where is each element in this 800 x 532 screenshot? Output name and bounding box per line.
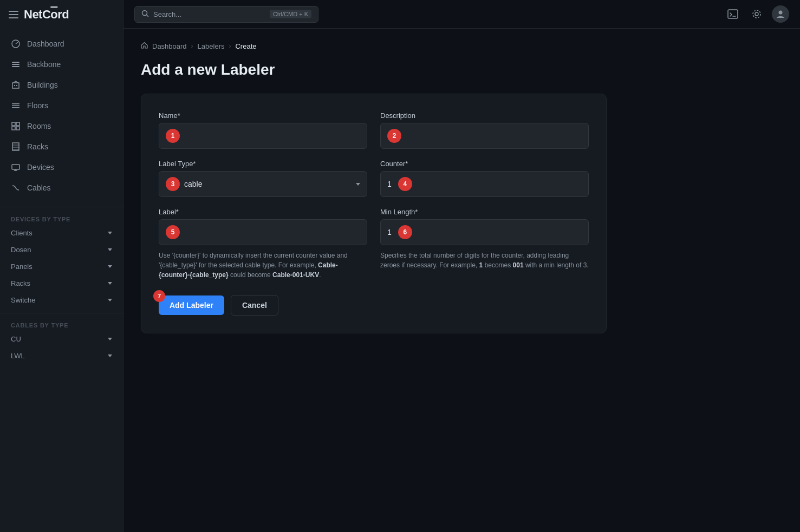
sidebar-item-cu[interactable]: CU [0, 331, 123, 347]
name-badge: 1 [166, 129, 180, 143]
sidebar-item-racks-type[interactable]: Racks [0, 275, 123, 292]
breadcrumb-sep-1: › [191, 42, 193, 50]
svg-rect-11 [16, 122, 19, 126]
racks-icon [11, 142, 21, 152]
terminal-button[interactable] [724, 5, 742, 23]
sidebar-item-racks[interactable]: Racks [0, 136, 123, 157]
svg-rect-16 [12, 147, 19, 148]
label-hint-text: Use '{counter}' to dynamically insert th… [159, 251, 367, 280]
chevron-down-icon [108, 338, 112, 340]
sidebar-item-label: Backbone [27, 60, 61, 69]
name-input-wrapper[interactable]: 1 [159, 123, 367, 149]
label-field-label: Label* [159, 208, 367, 216]
label-field-badge: 5 [166, 225, 180, 239]
search-box[interactable]: Search... Ctrl/CMD + K [134, 6, 318, 23]
label-input-wrapper[interactable]: 5 [159, 219, 367, 245]
sidebar-header: NetCord [0, 0, 123, 29]
svg-rect-1 [12, 62, 19, 63]
label-input[interactable] [184, 228, 360, 237]
svg-rect-7 [12, 103, 19, 104]
form-grid: Name* 1 Description 2 Label Ty [159, 111, 589, 280]
sidebar-item-clients[interactable]: Clients [0, 225, 123, 241]
chevron-down-icon [108, 248, 112, 251]
min-length-input-wrapper[interactable]: 1 6 [380, 219, 589, 245]
cables-by-type-label: CABLES BY TYPE [0, 318, 123, 331]
label-type-label: Label Type* [159, 160, 367, 168]
chevron-down-icon [108, 265, 112, 268]
topbar: Search... Ctrl/CMD + K [123, 0, 800, 29]
sidebar-item-label: Racks [27, 142, 48, 151]
menu-toggle-button[interactable] [9, 11, 18, 18]
description-badge: 2 [387, 129, 401, 143]
sidebar-item-buildings[interactable]: Buildings [0, 75, 123, 95]
svg-rect-4 [12, 83, 19, 88]
breadcrumb-labelers[interactable]: Labelers [198, 42, 225, 50]
description-field-group: Description 2 [380, 111, 589, 149]
search-shortcut: Ctrl/CMD + K [270, 10, 311, 18]
dashboard-icon [11, 39, 21, 49]
counter-badge: 4 [398, 177, 412, 191]
sidebar-item-label: Devices [27, 163, 54, 172]
counter-value-text: 1 [387, 180, 392, 188]
cables-icon [11, 183, 21, 193]
chevron-down-icon [108, 354, 112, 357]
select-chevron-icon [356, 183, 360, 186]
user-avatar[interactable] [772, 5, 789, 23]
sidebar-item-cables[interactable]: Cables [0, 178, 123, 198]
name-input[interactable] [184, 132, 360, 140]
min-length-label: Min Length* [380, 208, 589, 216]
sidebar-item-devices[interactable]: Devices [0, 157, 123, 178]
label-field-group: Label* 5 Use '{counter}' to dynamically … [159, 208, 367, 280]
chevron-down-icon [108, 299, 112, 301]
breadcrumb-sep-2: › [229, 42, 231, 50]
search-icon [141, 10, 149, 19]
description-label: Description [380, 111, 589, 120]
sidebar-item-backbone[interactable]: Backbone [0, 54, 123, 75]
label-type-select[interactable]: 3 cable [159, 171, 367, 197]
svg-rect-9 [12, 107, 19, 108]
min-length-value-text: 1 [387, 228, 392, 237]
devices-by-type-label: DEVICES BY TYPE [0, 212, 123, 225]
sidebar-item-label: Dashboard [27, 40, 64, 48]
description-input-wrapper[interactable]: 2 [380, 123, 589, 149]
svg-rect-5 [14, 85, 15, 86]
cancel-button[interactable]: Cancel [231, 295, 278, 316]
sidebar-item-lwl[interactable]: LWL [0, 347, 123, 364]
floors-icon [11, 101, 21, 110]
breadcrumb: Dashboard › Labelers › Create [141, 42, 783, 50]
devices-icon [11, 162, 21, 172]
counter-input-wrapper[interactable]: 1 4 [380, 171, 589, 197]
svg-rect-18 [12, 165, 19, 169]
svg-point-23 [779, 11, 783, 15]
name-field-group: Name* 1 [159, 111, 367, 149]
sidebar-item-label: Cables [27, 183, 51, 192]
form-card: Name* 1 Description 2 Label Ty [141, 94, 607, 333]
svg-rect-15 [12, 145, 19, 146]
sidebar-item-label: Rooms [27, 122, 51, 130]
sidebar-item-panels[interactable]: Panels [0, 258, 123, 275]
sidebar-item-dashboard[interactable]: Dashboard [0, 34, 123, 54]
sidebar-item-floors[interactable]: Floors [0, 95, 123, 116]
sidebar-item-dosen[interactable]: Dosen [0, 241, 123, 258]
topbar-actions [724, 5, 789, 23]
svg-rect-3 [12, 66, 19, 67]
counter-field-group: Counter* 1 4 [380, 160, 589, 197]
main-area: Search... Ctrl/CMD + K [123, 0, 800, 532]
label-type-field-group: Label Type* 3 cable [159, 160, 367, 197]
description-input[interactable] [406, 132, 582, 140]
label-type-value: cable [184, 180, 202, 188]
min-length-badge: 6 [398, 225, 412, 239]
sidebar: NetCord Dashboard Backbone [0, 0, 123, 532]
add-labeler-button[interactable]: 7 Add Labeler [159, 295, 224, 315]
breadcrumb-current: Create [235, 42, 256, 50]
settings-button[interactable] [748, 5, 765, 23]
add-btn-badge: 7 [153, 290, 165, 302]
svg-rect-8 [12, 106, 19, 107]
page-content: Dashboard › Labelers › Create Add a new … [123, 29, 800, 532]
sidebar-item-switche[interactable]: Switche [0, 292, 123, 308]
sidebar-item-rooms[interactable]: Rooms [0, 116, 123, 136]
select-value: 3 cable [166, 177, 202, 191]
min-length-field-group: Min Length* 1 6 Specifies the total numb… [380, 208, 589, 280]
label-type-badge: 3 [166, 177, 180, 191]
breadcrumb-dashboard[interactable]: Dashboard [152, 42, 187, 50]
